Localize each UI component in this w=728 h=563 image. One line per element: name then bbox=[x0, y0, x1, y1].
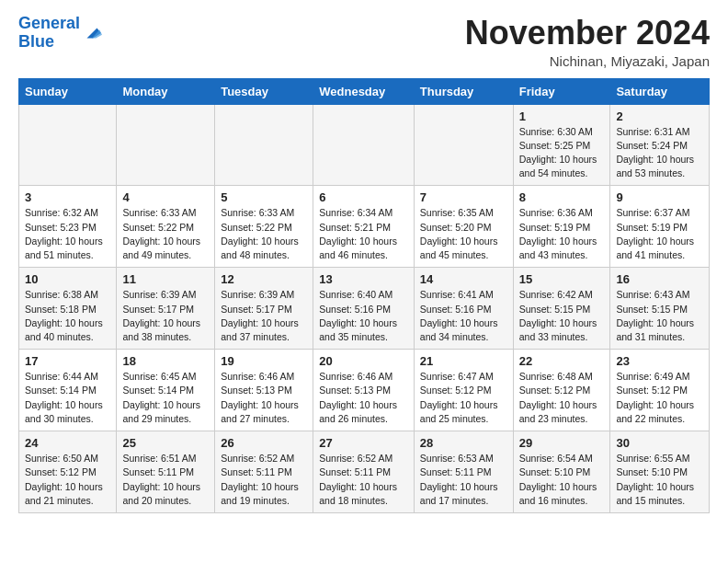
subtitle: Nichinan, Miyazaki, Japan bbox=[465, 53, 710, 69]
logo-text: General Blue bbox=[18, 15, 80, 52]
day-number: 20 bbox=[319, 354, 408, 368]
calendar-cell: 13Sunrise: 6:40 AMSunset: 5:16 PMDayligh… bbox=[313, 268, 415, 350]
day-number: 30 bbox=[616, 436, 703, 450]
day-info: Sunrise: 6:36 AMSunset: 5:19 PMDaylight:… bbox=[519, 206, 605, 262]
day-info: Sunrise: 6:53 AMSunset: 5:11 PMDaylight:… bbox=[420, 452, 507, 508]
day-number: 7 bbox=[420, 190, 507, 204]
calendar-cell: 24Sunrise: 6:50 AMSunset: 5:12 PMDayligh… bbox=[19, 431, 117, 513]
calendar-cell: 22Sunrise: 6:48 AMSunset: 5:12 PMDayligh… bbox=[513, 350, 610, 431]
day-number: 14 bbox=[420, 272, 507, 286]
calendar-cell: 6Sunrise: 6:34 AMSunset: 5:21 PMDaylight… bbox=[313, 186, 415, 268]
calendar-cell: 16Sunrise: 6:43 AMSunset: 5:15 PMDayligh… bbox=[610, 268, 710, 350]
day-info: Sunrise: 6:39 AMSunset: 5:17 PMDaylight:… bbox=[221, 288, 307, 344]
day-info: Sunrise: 6:33 AMSunset: 5:22 PMDaylight:… bbox=[221, 206, 307, 262]
day-number: 24 bbox=[25, 436, 110, 450]
logo-icon bbox=[82, 23, 102, 43]
day-number: 22 bbox=[519, 354, 605, 368]
calendar-row-3: 17Sunrise: 6:44 AMSunset: 5:14 PMDayligh… bbox=[19, 350, 710, 431]
day-info: Sunrise: 6:47 AMSunset: 5:12 PMDaylight:… bbox=[420, 370, 507, 426]
day-number: 5 bbox=[221, 190, 307, 204]
day-info: Sunrise: 6:41 AMSunset: 5:16 PMDaylight:… bbox=[420, 288, 507, 344]
day-info: Sunrise: 6:37 AMSunset: 5:19 PMDaylight:… bbox=[616, 206, 703, 262]
calendar-cell bbox=[117, 104, 215, 186]
calendar-cell: 27Sunrise: 6:52 AMSunset: 5:11 PMDayligh… bbox=[313, 431, 415, 513]
calendar-cell: 18Sunrise: 6:45 AMSunset: 5:14 PMDayligh… bbox=[117, 350, 215, 431]
day-info: Sunrise: 6:31 AMSunset: 5:24 PMDaylight:… bbox=[616, 125, 703, 181]
day-info: Sunrise: 6:52 AMSunset: 5:11 PMDaylight:… bbox=[319, 452, 408, 508]
calendar-row-1: 3Sunrise: 6:32 AMSunset: 5:23 PMDaylight… bbox=[19, 186, 710, 268]
calendar-cell: 20Sunrise: 6:46 AMSunset: 5:13 PMDayligh… bbox=[313, 350, 415, 431]
day-info: Sunrise: 6:54 AMSunset: 5:10 PMDaylight:… bbox=[519, 452, 605, 508]
calendar-cell: 9Sunrise: 6:37 AMSunset: 5:19 PMDaylight… bbox=[610, 186, 710, 268]
day-number: 21 bbox=[420, 354, 507, 368]
calendar-cell bbox=[414, 104, 513, 186]
page: General Blue November 2024 Nichinan, Miy… bbox=[0, 0, 728, 528]
day-number: 3 bbox=[25, 190, 110, 204]
day-info: Sunrise: 6:55 AMSunset: 5:10 PMDaylight:… bbox=[616, 452, 703, 508]
calendar-header-row: Sunday Monday Tuesday Wednesday Thursday… bbox=[19, 78, 710, 104]
day-info: Sunrise: 6:38 AMSunset: 5:18 PMDaylight:… bbox=[25, 288, 110, 344]
day-number: 27 bbox=[319, 436, 408, 450]
day-info: Sunrise: 6:30 AMSunset: 5:25 PMDaylight:… bbox=[519, 125, 605, 181]
calendar-cell: 17Sunrise: 6:44 AMSunset: 5:14 PMDayligh… bbox=[19, 350, 117, 431]
calendar-cell: 25Sunrise: 6:51 AMSunset: 5:11 PMDayligh… bbox=[117, 431, 215, 513]
calendar-cell: 21Sunrise: 6:47 AMSunset: 5:12 PMDayligh… bbox=[414, 350, 513, 431]
day-info: Sunrise: 6:42 AMSunset: 5:15 PMDaylight:… bbox=[519, 288, 605, 344]
day-info: Sunrise: 6:40 AMSunset: 5:16 PMDaylight:… bbox=[319, 288, 408, 344]
day-number: 29 bbox=[519, 436, 605, 450]
calendar-cell: 30Sunrise: 6:55 AMSunset: 5:10 PMDayligh… bbox=[610, 431, 710, 513]
day-number: 25 bbox=[122, 436, 209, 450]
col-friday: Friday bbox=[513, 78, 610, 104]
calendar-cell: 8Sunrise: 6:36 AMSunset: 5:19 PMDaylight… bbox=[513, 186, 610, 268]
day-info: Sunrise: 6:45 AMSunset: 5:14 PMDaylight:… bbox=[122, 370, 209, 426]
day-number: 11 bbox=[122, 272, 209, 286]
col-thursday: Thursday bbox=[414, 78, 513, 104]
calendar-cell: 11Sunrise: 6:39 AMSunset: 5:17 PMDayligh… bbox=[117, 268, 215, 350]
calendar-cell: 19Sunrise: 6:46 AMSunset: 5:13 PMDayligh… bbox=[215, 350, 313, 431]
calendar-cell: 10Sunrise: 6:38 AMSunset: 5:18 PMDayligh… bbox=[19, 268, 117, 350]
calendar-row-0: 1Sunrise: 6:30 AMSunset: 5:25 PMDaylight… bbox=[19, 104, 710, 186]
day-info: Sunrise: 6:51 AMSunset: 5:11 PMDaylight:… bbox=[122, 452, 209, 508]
day-info: Sunrise: 6:46 AMSunset: 5:13 PMDaylight:… bbox=[221, 370, 307, 426]
calendar-cell bbox=[313, 104, 415, 186]
day-number: 6 bbox=[319, 190, 408, 204]
day-number: 9 bbox=[616, 190, 703, 204]
main-title: November 2024 bbox=[465, 15, 710, 52]
calendar-cell: 4Sunrise: 6:33 AMSunset: 5:22 PMDaylight… bbox=[117, 186, 215, 268]
day-number: 8 bbox=[519, 190, 605, 204]
calendar-cell bbox=[19, 104, 117, 186]
day-info: Sunrise: 6:43 AMSunset: 5:15 PMDaylight:… bbox=[616, 288, 703, 344]
day-info: Sunrise: 6:35 AMSunset: 5:20 PMDaylight:… bbox=[420, 206, 507, 262]
day-number: 28 bbox=[420, 436, 507, 450]
day-number: 15 bbox=[519, 272, 605, 286]
col-tuesday: Tuesday bbox=[215, 78, 313, 104]
day-number: 17 bbox=[25, 354, 110, 368]
title-block: November 2024 Nichinan, Miyazaki, Japan bbox=[465, 15, 710, 69]
calendar-cell: 28Sunrise: 6:53 AMSunset: 5:11 PMDayligh… bbox=[414, 431, 513, 513]
calendar-cell: 3Sunrise: 6:32 AMSunset: 5:23 PMDaylight… bbox=[19, 186, 117, 268]
calendar-cell: 15Sunrise: 6:42 AMSunset: 5:15 PMDayligh… bbox=[513, 268, 610, 350]
calendar-row-4: 24Sunrise: 6:50 AMSunset: 5:12 PMDayligh… bbox=[19, 431, 710, 513]
calendar-cell: 7Sunrise: 6:35 AMSunset: 5:20 PMDaylight… bbox=[414, 186, 513, 268]
day-number: 12 bbox=[221, 272, 307, 286]
calendar-cell: 1Sunrise: 6:30 AMSunset: 5:25 PMDaylight… bbox=[513, 104, 610, 186]
calendar-row-2: 10Sunrise: 6:38 AMSunset: 5:18 PMDayligh… bbox=[19, 268, 710, 350]
day-info: Sunrise: 6:44 AMSunset: 5:14 PMDaylight:… bbox=[25, 370, 110, 426]
day-info: Sunrise: 6:33 AMSunset: 5:22 PMDaylight:… bbox=[122, 206, 209, 262]
calendar-cell: 23Sunrise: 6:49 AMSunset: 5:12 PMDayligh… bbox=[610, 350, 710, 431]
day-number: 23 bbox=[616, 354, 703, 368]
calendar-cell bbox=[215, 104, 313, 186]
col-monday: Monday bbox=[117, 78, 215, 104]
col-sunday: Sunday bbox=[19, 78, 117, 104]
day-number: 1 bbox=[519, 109, 605, 123]
calendar-cell: 12Sunrise: 6:39 AMSunset: 5:17 PMDayligh… bbox=[215, 268, 313, 350]
day-number: 18 bbox=[122, 354, 209, 368]
day-number: 4 bbox=[122, 190, 209, 204]
day-number: 10 bbox=[25, 272, 110, 286]
day-number: 16 bbox=[616, 272, 703, 286]
day-info: Sunrise: 6:48 AMSunset: 5:12 PMDaylight:… bbox=[519, 370, 605, 426]
day-info: Sunrise: 6:49 AMSunset: 5:12 PMDaylight:… bbox=[616, 370, 703, 426]
day-info: Sunrise: 6:50 AMSunset: 5:12 PMDaylight:… bbox=[25, 452, 110, 508]
day-info: Sunrise: 6:39 AMSunset: 5:17 PMDaylight:… bbox=[122, 288, 209, 344]
day-info: Sunrise: 6:46 AMSunset: 5:13 PMDaylight:… bbox=[319, 370, 408, 426]
